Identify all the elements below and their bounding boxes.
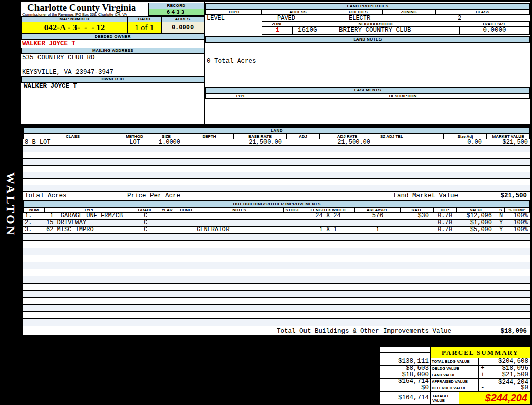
table-cell	[284, 213, 301, 219]
table-cell: 100%	[505, 227, 530, 233]
table-cell: $30	[401, 213, 434, 219]
land-properties-block: LAND PROPERTIES TOPO ACCESS UTILITIES ZO…	[205, 2, 530, 124]
out-buildings-table-rows: 1. 1 GARAGE UNF FRM/CBC24 X 24576$300.70…	[23, 213, 530, 326]
empty-row	[23, 255, 530, 262]
deferred-value-label: DEFERRED VALUE	[431, 385, 479, 392]
record-label: RECORD	[148, 3, 204, 9]
empty-row	[23, 185, 530, 192]
table-cell: 2.	[23, 220, 45, 226]
table-cell: $12,096	[457, 213, 497, 219]
column-header: RATE	[401, 207, 434, 213]
tract-size-value: 0.0000	[459, 27, 530, 35]
card-value: 1 of 1	[128, 22, 161, 34]
empty-row	[23, 305, 530, 312]
zone-column-header: ZONE	[262, 21, 292, 27]
mailing-address: 535 COUNTRY CLUB RD KEYSVILLE, VA 23947-…	[21, 54, 204, 76]
land-total-row: Total Acres Price Per Acre Land Market V…	[23, 192, 530, 201]
access-column-header: ACCESS	[262, 9, 334, 15]
table-row: 3.62 MISC IMPROCGENERATOR1 X 110.70$5,00…	[23, 227, 530, 234]
address-line-2: KEYSVILLE, VA 23947-3947	[22, 69, 203, 76]
table-cell	[157, 227, 177, 233]
map-card-acres-headers: MAP NUMBER CARD ACRES	[21, 16, 204, 22]
operator: -	[481, 385, 485, 391]
table-cell: 24 X 24	[301, 213, 355, 219]
column-header: BASE RATE	[234, 134, 287, 139]
table-cell	[355, 220, 401, 226]
deferred-value: $0	[521, 385, 528, 391]
table-cell	[177, 227, 195, 233]
empty-row	[23, 319, 530, 326]
land-properties-column-headers: TOPO ACCESS UTILITIES ZONING CLASS	[205, 9, 530, 15]
deeded-owner-value: WALKER JOYCE T	[21, 40, 204, 48]
table-cell	[185, 139, 234, 145]
owner-id-value: WALKER JOYCE T	[21, 83, 204, 90]
prior-taxable-value: $164,714	[380, 392, 431, 404]
summary-row-appraised: $164,714 APPRAISED VALUE $244,204	[380, 378, 530, 385]
column-header: COND	[177, 207, 195, 213]
table-cell	[287, 139, 320, 145]
empty-row	[23, 312, 530, 319]
column-header: Size Adj	[444, 134, 487, 139]
land-market-value-label: Land Market Value	[393, 192, 458, 199]
topo-column-header: TOPO	[205, 9, 262, 15]
access-value: PAVED	[277, 15, 295, 22]
table-cell: 0.70	[434, 220, 457, 226]
column-header: NUM	[23, 207, 45, 213]
table-cell: 0.70	[434, 227, 457, 233]
empty-row	[23, 159, 530, 166]
land-section-label: LAND	[23, 128, 530, 134]
obldg-value-label: OBLDG VALUE	[431, 365, 479, 372]
table-cell	[177, 220, 195, 226]
table-cell	[408, 139, 444, 145]
land-value: $21,500	[502, 372, 528, 378]
table-cell: 15 DRIVEWAY	[45, 220, 134, 226]
column-header: GRADE	[134, 207, 157, 213]
total-acres-label: Total Acres	[25, 192, 67, 199]
table-cell: GENERATOR	[195, 227, 284, 233]
address-line-1: 535 COUNTRY CLUB RD	[22, 54, 203, 61]
prior-deferred-value: $0	[380, 385, 431, 392]
empty-row	[23, 166, 530, 172]
tract-size-column-header: TRACT SIZE	[459, 21, 530, 27]
operator: +	[481, 372, 485, 378]
total-bldg-value-label: TOTAL BLDG VALUE	[431, 358, 479, 366]
utilities-column-header: UTILITIES	[334, 9, 383, 15]
column-header: AREA/SIZE	[355, 207, 401, 213]
table-cell: 62 MISC IMPRO	[45, 227, 134, 233]
taxable-value-label: TAXABLE VALUE	[431, 392, 459, 404]
table-cell: 1.0000	[147, 139, 185, 145]
table-cell: LOT	[122, 139, 147, 145]
column-header: DEP	[434, 207, 457, 213]
card-label: CARD	[128, 16, 161, 22]
land-market-value: $21,500	[500, 192, 527, 199]
empty-row	[23, 291, 530, 298]
zone-value: 1	[262, 27, 292, 35]
table-cell: 1	[355, 227, 401, 233]
prior-value-header-cells	[380, 347, 431, 358]
table-cell	[301, 220, 355, 226]
neighborhood-value: BRIERY COUNTRY CLUB	[333, 27, 459, 35]
table-cell	[157, 220, 177, 226]
out-buildings-column-headers: NUMTYPEGRADEYEARCONDNOTESSTHGTLENGTH X W…	[23, 207, 530, 213]
table-row: 2.15 DRIVEWAYC0.70$1,000Y100%	[23, 220, 530, 227]
class-column-header: CLASS	[436, 9, 530, 15]
table-cell: 1 X 1	[301, 227, 355, 233]
zoning-column-header: ZONING	[383, 9, 436, 15]
table-cell	[284, 220, 301, 226]
land-section: LAND CLASSMETHODSIZEDEPTHBASE RATEADJADJ…	[23, 128, 530, 201]
column-header: ADJ RATE	[320, 134, 375, 139]
column-header: MARKET VALUE	[487, 134, 530, 139]
table-cell: 0.00	[444, 139, 487, 145]
empty-row	[23, 276, 530, 284]
land-properties-values: LEVEL PAVED ELECTR 2	[205, 15, 530, 21]
column-header: TYPE	[45, 207, 134, 213]
column-header: STHGT	[284, 207, 301, 213]
land-properties-section-label: LAND PROPERTIES	[205, 3, 530, 9]
deeded-owner-label: DEEDED OWNER	[21, 34, 204, 40]
table-cell: 1.	[23, 213, 45, 219]
column-header: NOTES	[195, 207, 284, 213]
out-buildings-total-label: Total Out Buildings & Other Improvements…	[277, 328, 451, 335]
mailing-address-label: MAILING ADDRESS	[21, 48, 204, 54]
map-number-value: 042-A - 3- - - 12	[21, 22, 128, 34]
county-title: Charlotte County Virginia	[27, 2, 136, 13]
